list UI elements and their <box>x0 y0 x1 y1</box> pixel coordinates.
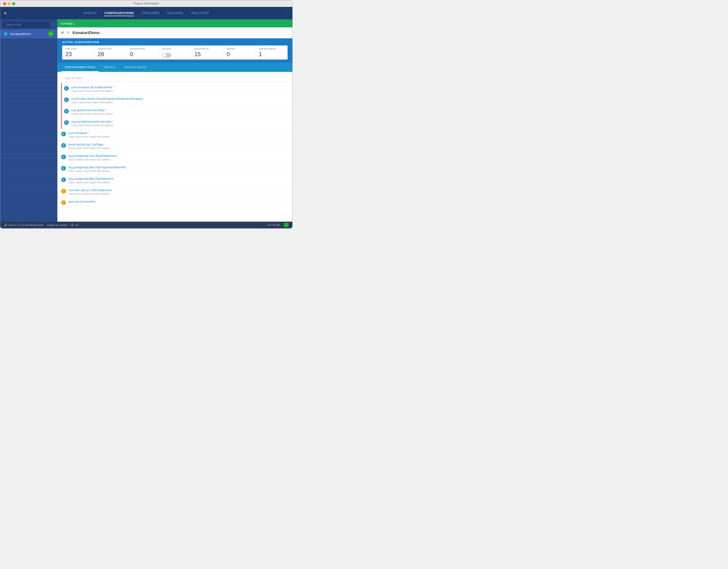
stat-cpu-time-label: cpu time <box>162 47 171 50</box>
page-header: ≡ ✎ KonakartDemo <box>57 27 292 38</box>
rule-name: org.springframework.security.* <box>71 120 289 123</box>
rule-content: com.ibm.db2.jcc.DB2StatementClass must i… <box>68 188 289 195</box>
status-logged-as: logged as: admin <box>47 224 67 226</box>
rule-desc: Class name must match this pattern. <box>68 170 289 172</box>
sidebar: ⋮ 1 KonakartDemo + <box>0 19 57 222</box>
stat-method-rules-label: method rules <box>98 47 111 50</box>
rule-icon-c: C <box>61 177 66 182</box>
rule-icon-c: C <box>61 166 66 171</box>
rule-desc: Class name must match this pattern. <box>68 181 289 184</box>
rule-content: org.postgresql.core.BaseStatementClass n… <box>68 154 289 161</box>
active-config-label: ACTIVE CONFIGURATION <box>62 41 288 44</box>
nav-hamburger-icon[interactable]: ≡ <box>4 11 7 15</box>
rule-content: org.postgresql.jdbc.PgStatementClass nam… <box>68 177 289 184</box>
nav-analytics[interactable]: ANALYTICS <box>191 10 209 16</box>
rule-item[interactable]: Icom.ibm.db2.jcc.DB2StatementClass must … <box>57 186 292 197</box>
stat-class-rules: class rules 23 <box>62 45 94 60</box>
stat-method-rules: method rules 28 <box>94 45 126 60</box>
status-docker-label: docker v2.3.0 [localhost:9000] <box>9 224 43 226</box>
sidebar-item-label: KonakartDemo <box>10 32 31 36</box>
sidebar-filter-bar: ⋮ <box>3 22 55 28</box>
nav-galaxies[interactable]: GALAXIES <box>167 10 183 16</box>
stat-cpu-time: cpu time <box>159 45 191 60</box>
rule-desc: Class name must match this pattern. <box>68 147 289 150</box>
nav-agents[interactable]: AGENTS <box>83 10 97 16</box>
rule-item[interactable]: Ijava.sql.Connection <box>57 197 292 207</box>
rule-item[interactable]: Corg.apache.tomcat.dbcp.*Class name must… <box>57 106 292 117</box>
cpu-time-toggle[interactable] <box>162 53 171 58</box>
rule-icon-c: C <box>61 155 66 159</box>
traffic-lights <box>3 2 15 5</box>
minimize-button[interactable] <box>8 2 11 5</box>
rule-desc: Class name must match this pattern. <box>71 124 289 127</box>
rule-icon-c: C <box>64 120 69 125</box>
rule-name: java.sql.Connection <box>68 200 289 203</box>
stat-threshold: threshold (ms) 0 <box>127 45 159 60</box>
sidebar-filter-input[interactable] <box>3 22 50 28</box>
page-header-hamburger-icon[interactable]: ≡ <box>61 30 64 35</box>
rule-item[interactable]: Coracle.jdbc.driver.OraclePreparedStatem… <box>57 95 292 106</box>
toggle-knob <box>163 53 166 57</box>
sidebar-stripes <box>0 65 57 222</box>
rule-item[interactable]: Ccom.konakart.db.KKBasePeerClass name mu… <box>57 83 292 95</box>
rule-name: org.apache.tomcat.dbcp.* <box>71 108 289 112</box>
rule-content: java.sql.Connection <box>68 200 289 204</box>
stat-jmx-period-value: 15 <box>194 51 201 58</box>
rule-desc: Class name must match this pattern. <box>71 90 289 92</box>
stat-mbeans-label: mbeans <box>227 47 235 50</box>
config-stats: class rules 23 method rules 28 threshold… <box>62 45 288 60</box>
status-sessions-label: 1/1 <box>75 224 78 226</box>
stat-mbeans-value: 0 <box>227 51 230 58</box>
rule-item[interactable]: Corg.springframework.security.*Class nam… <box>57 117 292 129</box>
rule-desc: Class name must match this pattern. <box>68 135 289 138</box>
rule-item[interactable]: Corg.postgresql.jdbc.PgPreparedStatement… <box>57 163 292 175</box>
rules-filter-input[interactable] <box>61 74 289 82</box>
rule-icon-c: C <box>64 97 69 102</box>
sidebar-item-konakartdemo[interactable]: 1 KonakartDemo + <box>0 29 57 38</box>
stat-method-rules-value: 28 <box>98 51 104 58</box>
rules-list: Ccom.konakart.db.KKBasePeerClass name mu… <box>57 83 292 222</box>
tab-mbeans[interactable]: MBeans <box>100 63 119 72</box>
status-logged-label: logged as: admin <box>47 224 67 226</box>
rules-group-red: Ccom.konakart.db.KKBasePeerClass name mu… <box>57 83 292 129</box>
rule-item[interactable]: Ccom.konakart.*Class name must match thi… <box>57 129 292 140</box>
nav-items: AGENTS CONFIGURATIONS EXPLORER GALAXIES … <box>12 10 280 16</box>
close-button[interactable] <box>3 2 6 5</box>
page-header-edit-icon[interactable]: ✎ <box>67 30 70 35</box>
sidebar-add-button[interactable]: + <box>48 31 54 37</box>
rule-name: javax.servlet.jsp.JspPage <box>68 143 289 146</box>
nav-configurations[interactable]: CONFIGURATIONS <box>104 10 134 16</box>
stat-class-rules-value: 23 <box>65 51 72 58</box>
tab-attached-agents[interactable]: Attached Agents <box>120 63 150 72</box>
sidebar-more-button[interactable]: ⋮ <box>51 23 55 27</box>
rule-content: org.postgresql.jdbc.PgPreparedStatementC… <box>68 165 289 172</box>
app-container: ≡ AGENTS CONFIGURATIONS EXPLORER GALAXIE… <box>0 7 292 228</box>
active-config-section: ACTIVE CONFIGURATION class rules 23 meth… <box>57 38 292 63</box>
top-nav: ≡ AGENTS CONFIGURATIONS EXPLORER GALAXIE… <box>0 7 292 19</box>
stat-mbeans: mbeans 0 <box>223 45 255 60</box>
rule-name: com.konakart.db.KKBasePeer <box>71 85 289 89</box>
stat-attached-agents-value: 1 <box>259 51 262 58</box>
page-header-title: KonakartDemo <box>73 31 100 35</box>
status-docker: 🔗 docker v2.3.0 [localhost:9000] <box>4 224 43 227</box>
maximize-button[interactable] <box>12 2 15 5</box>
breadcrumb-text: Konakar... <box>61 22 75 25</box>
sidebar-item-num: 1 <box>4 32 8 36</box>
rule-item[interactable]: Corg.postgresql.jdbc.PgStatementClass na… <box>57 175 292 186</box>
nav-explorer[interactable]: EXPLORER <box>142 10 160 16</box>
status-memory: 107.96 MB <box>267 224 280 226</box>
tab-instrumentation-rules[interactable]: Instrumentation Rules <box>61 63 99 72</box>
rule-desc: Class name must match this pattern. <box>71 101 289 104</box>
sidebar-items-list: 1 KonakartDemo + <box>0 29 57 65</box>
rule-content: com.konakart.*Class name must match this… <box>68 131 289 138</box>
nav-more-icon[interactable]: ⋮ <box>284 10 289 16</box>
rule-item[interactable]: Cjavax.servlet.jsp.JspPageClass name mus… <box>57 140 292 152</box>
content-area: ⋮ 1 KonakartDemo + <box>0 19 292 222</box>
rule-icon-c: C <box>64 109 69 114</box>
main-content: Konakar... ≡ ✎ KonakartDemo ACTIVE CONFI… <box>57 19 292 222</box>
rule-item[interactable]: Corg.postgresql.core.BaseStatementClass … <box>57 152 292 163</box>
rule-desc: Class name must match this pattern. <box>71 112 289 115</box>
db-icon: 🗄 <box>71 224 74 226</box>
stat-jmx-period-label: jmx period (s) <box>194 47 209 50</box>
breadcrumb-bar: Konakar... <box>57 19 292 27</box>
